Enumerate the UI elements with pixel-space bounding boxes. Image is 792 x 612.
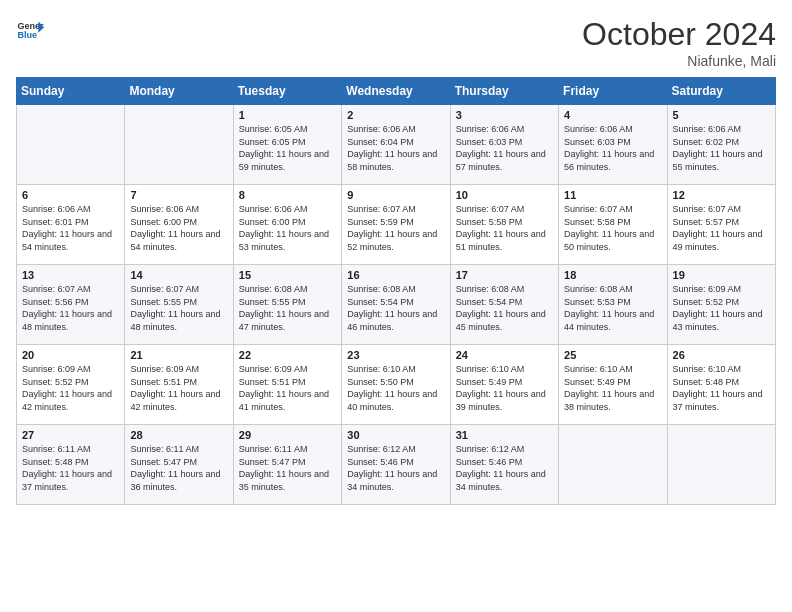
calendar-cell: 29 Sunrise: 6:11 AMSunset: 5:47 PMDaylig… [233, 425, 341, 505]
day-number: 3 [456, 109, 553, 121]
calendar-cell: 17 Sunrise: 6:08 AMSunset: 5:54 PMDaylig… [450, 265, 558, 345]
calendar-cell: 21 Sunrise: 6:09 AMSunset: 5:51 PMDaylig… [125, 345, 233, 425]
day-number: 2 [347, 109, 444, 121]
title-block: October 2024 Niafunke, Mali [582, 16, 776, 69]
day-info: Sunrise: 6:09 AMSunset: 5:51 PMDaylight:… [130, 363, 227, 413]
day-info: Sunrise: 6:06 AMSunset: 6:02 PMDaylight:… [673, 123, 770, 173]
day-info: Sunrise: 6:09 AMSunset: 5:51 PMDaylight:… [239, 363, 336, 413]
day-number: 14 [130, 269, 227, 281]
calendar-cell: 3 Sunrise: 6:06 AMSunset: 6:03 PMDayligh… [450, 105, 558, 185]
calendar-cell: 25 Sunrise: 6:10 AMSunset: 5:49 PMDaylig… [559, 345, 667, 425]
day-number: 20 [22, 349, 119, 361]
day-number: 8 [239, 189, 336, 201]
calendar-cell: 28 Sunrise: 6:11 AMSunset: 5:47 PMDaylig… [125, 425, 233, 505]
day-info: Sunrise: 6:08 AMSunset: 5:54 PMDaylight:… [347, 283, 444, 333]
day-info: Sunrise: 6:10 AMSunset: 5:50 PMDaylight:… [347, 363, 444, 413]
day-info: Sunrise: 6:07 AMSunset: 5:58 PMDaylight:… [456, 203, 553, 253]
logo: General Blue [16, 16, 44, 44]
day-info: Sunrise: 6:07 AMSunset: 5:58 PMDaylight:… [564, 203, 661, 253]
day-info: Sunrise: 6:08 AMSunset: 5:54 PMDaylight:… [456, 283, 553, 333]
calendar-cell: 13 Sunrise: 6:07 AMSunset: 5:56 PMDaylig… [17, 265, 125, 345]
calendar-cell [667, 425, 775, 505]
calendar-cell: 23 Sunrise: 6:10 AMSunset: 5:50 PMDaylig… [342, 345, 450, 425]
day-number: 21 [130, 349, 227, 361]
calendar-cell: 26 Sunrise: 6:10 AMSunset: 5:48 PMDaylig… [667, 345, 775, 425]
calendar-cell: 9 Sunrise: 6:07 AMSunset: 5:59 PMDayligh… [342, 185, 450, 265]
day-number: 30 [347, 429, 444, 441]
calendar-cell: 1 Sunrise: 6:05 AMSunset: 6:05 PMDayligh… [233, 105, 341, 185]
calendar-cell: 5 Sunrise: 6:06 AMSunset: 6:02 PMDayligh… [667, 105, 775, 185]
calendar-week-2: 6 Sunrise: 6:06 AMSunset: 6:01 PMDayligh… [17, 185, 776, 265]
calendar-cell: 15 Sunrise: 6:08 AMSunset: 5:55 PMDaylig… [233, 265, 341, 345]
day-number: 29 [239, 429, 336, 441]
day-header-monday: Monday [125, 78, 233, 105]
calendar-cell: 20 Sunrise: 6:09 AMSunset: 5:52 PMDaylig… [17, 345, 125, 425]
day-number: 6 [22, 189, 119, 201]
day-number: 15 [239, 269, 336, 281]
calendar-cell: 2 Sunrise: 6:06 AMSunset: 6:04 PMDayligh… [342, 105, 450, 185]
month-title: October 2024 [582, 16, 776, 53]
day-info: Sunrise: 6:06 AMSunset: 6:00 PMDaylight:… [239, 203, 336, 253]
calendar-cell: 18 Sunrise: 6:08 AMSunset: 5:53 PMDaylig… [559, 265, 667, 345]
day-number: 23 [347, 349, 444, 361]
day-info: Sunrise: 6:07 AMSunset: 5:59 PMDaylight:… [347, 203, 444, 253]
calendar-cell: 8 Sunrise: 6:06 AMSunset: 6:00 PMDayligh… [233, 185, 341, 265]
day-info: Sunrise: 6:08 AMSunset: 5:55 PMDaylight:… [239, 283, 336, 333]
calendar-cell: 10 Sunrise: 6:07 AMSunset: 5:58 PMDaylig… [450, 185, 558, 265]
day-header-wednesday: Wednesday [342, 78, 450, 105]
calendar-cell: 7 Sunrise: 6:06 AMSunset: 6:00 PMDayligh… [125, 185, 233, 265]
day-number: 4 [564, 109, 661, 121]
day-info: Sunrise: 6:08 AMSunset: 5:53 PMDaylight:… [564, 283, 661, 333]
day-header-sunday: Sunday [17, 78, 125, 105]
day-number: 25 [564, 349, 661, 361]
calendar-cell [125, 105, 233, 185]
day-number: 7 [130, 189, 227, 201]
day-number: 22 [239, 349, 336, 361]
day-number: 28 [130, 429, 227, 441]
calendar-cell: 11 Sunrise: 6:07 AMSunset: 5:58 PMDaylig… [559, 185, 667, 265]
calendar-cell: 4 Sunrise: 6:06 AMSunset: 6:03 PMDayligh… [559, 105, 667, 185]
day-header-saturday: Saturday [667, 78, 775, 105]
day-number: 10 [456, 189, 553, 201]
day-number: 5 [673, 109, 770, 121]
calendar-week-4: 20 Sunrise: 6:09 AMSunset: 5:52 PMDaylig… [17, 345, 776, 425]
calendar-week-1: 1 Sunrise: 6:05 AMSunset: 6:05 PMDayligh… [17, 105, 776, 185]
calendar-cell: 31 Sunrise: 6:12 AMSunset: 5:46 PMDaylig… [450, 425, 558, 505]
day-info: Sunrise: 6:12 AMSunset: 5:46 PMDaylight:… [456, 443, 553, 493]
calendar-cell: 24 Sunrise: 6:10 AMSunset: 5:49 PMDaylig… [450, 345, 558, 425]
day-info: Sunrise: 6:06 AMSunset: 6:01 PMDaylight:… [22, 203, 119, 253]
day-number: 1 [239, 109, 336, 121]
day-headers-row: SundayMondayTuesdayWednesdayThursdayFrid… [17, 78, 776, 105]
calendar-cell [559, 425, 667, 505]
calendar-cell: 12 Sunrise: 6:07 AMSunset: 5:57 PMDaylig… [667, 185, 775, 265]
calendar-cell: 22 Sunrise: 6:09 AMSunset: 5:51 PMDaylig… [233, 345, 341, 425]
day-info: Sunrise: 6:09 AMSunset: 5:52 PMDaylight:… [673, 283, 770, 333]
day-info: Sunrise: 6:05 AMSunset: 6:05 PMDaylight:… [239, 123, 336, 173]
calendar-cell: 30 Sunrise: 6:12 AMSunset: 5:46 PMDaylig… [342, 425, 450, 505]
day-number: 11 [564, 189, 661, 201]
day-info: Sunrise: 6:07 AMSunset: 5:57 PMDaylight:… [673, 203, 770, 253]
logo-icon: General Blue [16, 16, 44, 44]
calendar-cell [17, 105, 125, 185]
day-number: 16 [347, 269, 444, 281]
day-header-friday: Friday [559, 78, 667, 105]
day-number: 18 [564, 269, 661, 281]
calendar-cell: 6 Sunrise: 6:06 AMSunset: 6:01 PMDayligh… [17, 185, 125, 265]
day-info: Sunrise: 6:06 AMSunset: 6:03 PMDaylight:… [456, 123, 553, 173]
day-number: 12 [673, 189, 770, 201]
day-info: Sunrise: 6:06 AMSunset: 6:00 PMDaylight:… [130, 203, 227, 253]
calendar-cell: 16 Sunrise: 6:08 AMSunset: 5:54 PMDaylig… [342, 265, 450, 345]
day-info: Sunrise: 6:10 AMSunset: 5:49 PMDaylight:… [564, 363, 661, 413]
day-number: 26 [673, 349, 770, 361]
day-header-thursday: Thursday [450, 78, 558, 105]
day-info: Sunrise: 6:12 AMSunset: 5:46 PMDaylight:… [347, 443, 444, 493]
day-number: 31 [456, 429, 553, 441]
location: Niafunke, Mali [582, 53, 776, 69]
calendar-cell: 27 Sunrise: 6:11 AMSunset: 5:48 PMDaylig… [17, 425, 125, 505]
svg-text:Blue: Blue [17, 30, 37, 40]
day-number: 24 [456, 349, 553, 361]
day-header-tuesday: Tuesday [233, 78, 341, 105]
day-info: Sunrise: 6:11 AMSunset: 5:47 PMDaylight:… [239, 443, 336, 493]
day-info: Sunrise: 6:06 AMSunset: 6:04 PMDaylight:… [347, 123, 444, 173]
day-number: 9 [347, 189, 444, 201]
